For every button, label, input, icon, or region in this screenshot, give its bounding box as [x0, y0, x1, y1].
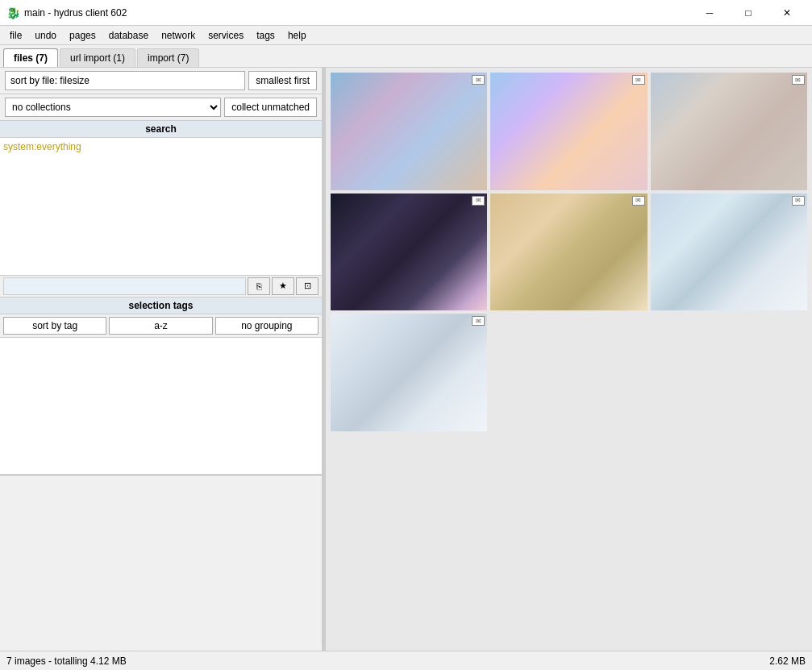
image-cell-2[interactable]: ✉ [490, 73, 647, 190]
menu-item-services[interactable]: services [202, 28, 250, 43]
image-cell-7[interactable]: ✉ [331, 314, 487, 431]
menu-item-undo[interactable]: undo [28, 28, 63, 43]
close-button[interactable]: ✕ [768, 0, 806, 26]
image-cell-5[interactable]: ✉ [490, 194, 647, 311]
menu-item-help[interactable]: help [281, 28, 313, 43]
left-panel: sort by file: filesize smallest first no… [0, 68, 323, 651]
mail-icon: ✉ [472, 316, 485, 326]
grouping-button[interactable]: no grouping [215, 317, 319, 335]
sort-bar: sort by file: filesize smallest first [0, 68, 322, 94]
selection-header: selection tags [0, 298, 322, 314]
tabbar: files (7)url import (1)import (7) [0, 45, 812, 68]
search-input[interactable] [3, 277, 246, 295]
search-section: search system:everything ⎘ ★ ⊡ [0, 121, 322, 298]
titlebar-left: 🐉 main - hydrus client 602 [6, 6, 127, 19]
mail-icon: ✉ [472, 75, 485, 85]
image-cell-3[interactable]: ✉ [651, 73, 807, 190]
image-cell-1[interactable]: ✉ [331, 73, 487, 190]
sort-by-button[interactable]: sort by file: filesize [5, 71, 245, 90]
search-header: search [0, 121, 322, 138]
copy-search-button[interactable]: ⎘ [248, 277, 270, 295]
minimize-button[interactable]: ─ [691, 0, 728, 26]
sort-order-button[interactable]: smallest first [248, 71, 317, 90]
search-content: system:everything [0, 138, 322, 275]
mail-icon: ✉ [632, 75, 645, 85]
menu-item-network[interactable]: network [155, 28, 202, 43]
selection-section: selection tags sort by tag a-z no groupi… [0, 298, 322, 475]
titlebar: 🐉 main - hydrus client 602 ─ □ ✕ [0, 0, 812, 26]
menubar: fileundopagesdatabasenetworkservicestags… [0, 26, 812, 45]
tab-files----[interactable]: files (7) [3, 48, 58, 67]
mail-icon: ✉ [792, 75, 805, 85]
search-input-row: ⎘ ★ ⊡ [0, 275, 322, 297]
menu-item-database[interactable]: database [102, 28, 155, 43]
mail-icon: ✉ [792, 196, 805, 206]
maximize-button[interactable]: □ [730, 0, 767, 26]
statusbar: 7 images - totalling 4.12 MB 2.62 MB [0, 651, 812, 670]
image-cell-4[interactable]: ✉ [331, 194, 487, 311]
main-content: sort by file: filesize smallest first no… [0, 68, 812, 651]
favorite-search-button[interactable]: ★ [272, 277, 294, 295]
menu-item-pages[interactable]: pages [63, 28, 102, 43]
tab-url-import----[interactable]: url import (1) [60, 48, 135, 67]
bottom-panel [0, 475, 322, 651]
selection-toolbar: sort by tag a-z no grouping [0, 314, 322, 338]
collection-bar: no collections collect unmatched [0, 94, 322, 121]
search-tag: system:everything [3, 141, 81, 152]
collection-select[interactable]: no collections [5, 98, 221, 117]
sort-by-tag-button[interactable]: sort by tag [3, 317, 106, 335]
image-grid-panel: ✉✉✉✉✉✉✉ [326, 68, 812, 651]
az-button[interactable]: a-z [109, 317, 212, 335]
status-left: 7 images - totalling 4.12 MB [6, 655, 127, 667]
mail-icon: ✉ [632, 196, 645, 206]
collect-unmatched-button[interactable]: collect unmatched [224, 98, 317, 117]
tab-import----[interactable]: import (7) [137, 48, 199, 67]
image-grid: ✉✉✉✉✉✉✉ [329, 71, 809, 433]
menu-item-file[interactable]: file [3, 28, 28, 43]
window-title: main - hydrus client 602 [24, 7, 127, 19]
expand-search-button[interactable]: ⊡ [296, 277, 319, 295]
status-right: 2.62 MB [769, 655, 806, 667]
image-cell-6[interactable]: ✉ [651, 194, 807, 311]
menu-item-tags[interactable]: tags [250, 28, 281, 43]
window-controls: ─ □ ✕ [691, 0, 806, 26]
mail-icon: ✉ [472, 196, 485, 206]
app-icon: 🐉 [6, 6, 19, 19]
selection-content [0, 338, 322, 474]
